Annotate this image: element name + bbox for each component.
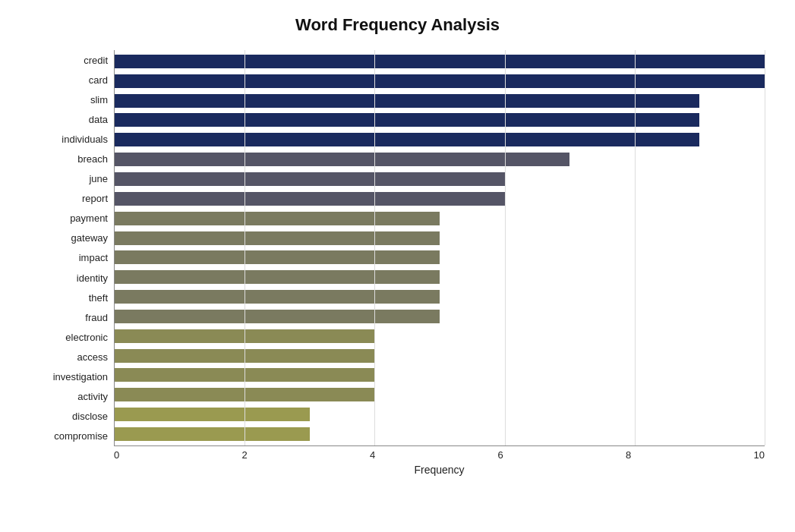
x-axis-label: Frequency [114, 464, 765, 476]
bar-row [115, 112, 765, 128]
bar [115, 408, 310, 421]
y-label: identity [77, 273, 108, 283]
grid-line [765, 50, 765, 445]
y-label: slim [90, 95, 108, 105]
y-label: fraud [85, 313, 108, 323]
bars-section: creditcardslimdataindividualsbreachjuner… [30, 50, 765, 446]
grid-line [244, 50, 245, 445]
chart-container: Word Frequency Analysis creditcardslimda… [0, 0, 795, 532]
y-label: report [82, 194, 108, 203]
x-axis: 0246810 [114, 446, 765, 461]
y-label: investigation [53, 372, 108, 382]
bars-plot [114, 50, 765, 446]
y-label: electronic [65, 332, 108, 342]
bar [115, 231, 440, 245]
bar [115, 133, 699, 146]
bar-row [115, 210, 765, 227]
y-label: card [89, 75, 108, 85]
y-label: breach [77, 154, 108, 164]
bar [115, 55, 765, 68]
bar-row [115, 131, 765, 148]
bar-row [115, 269, 765, 285]
bar [115, 94, 699, 108]
bar [115, 74, 765, 88]
bar [115, 153, 569, 166]
bar [115, 192, 505, 206]
grid-line [505, 50, 506, 445]
grid-line [374, 50, 375, 445]
y-label: theft [89, 293, 108, 303]
bar-row [115, 348, 765, 364]
bar [115, 427, 310, 441]
bar [115, 310, 440, 323]
x-tick: 6 [498, 449, 503, 461]
chart-area: creditcardslimdataindividualsbreachjuner… [30, 50, 765, 476]
bar-row [115, 230, 765, 247]
x-tick: 0 [114, 449, 119, 461]
bar-row [115, 288, 765, 305]
bar-row [115, 328, 765, 345]
y-label: compromise [54, 431, 108, 441]
y-label: gateway [71, 233, 108, 243]
bar [115, 270, 440, 284]
x-tick: 8 [626, 449, 631, 461]
bar-row [115, 190, 765, 207]
x-tick: 4 [370, 449, 375, 461]
bar [115, 113, 699, 127]
y-label: credit [84, 55, 108, 65]
y-label: payment [70, 213, 108, 223]
grid-line [115, 50, 115, 445]
bar-row [115, 406, 765, 423]
bar [115, 212, 440, 225]
bar [115, 290, 440, 304]
y-labels: creditcardslimdataindividualsbreachjuner… [30, 50, 114, 446]
bar-row [115, 426, 765, 442]
y-label: impact [79, 253, 108, 263]
y-label: june [89, 174, 108, 184]
chart-title: Word Frequency Analysis [30, 15, 765, 35]
bar-row [115, 367, 765, 383]
bar-row [115, 386, 765, 403]
y-label: disclose [72, 411, 108, 421]
y-label: activity [77, 392, 108, 401]
bar-row [115, 249, 765, 266]
y-label: access [77, 352, 108, 362]
grid-line [635, 50, 636, 445]
bar-row [115, 171, 765, 187]
bar-row [115, 93, 765, 109]
bar-row [115, 308, 765, 325]
bar [115, 250, 440, 264]
x-tick: 10 [754, 449, 765, 461]
y-label: data [89, 115, 108, 124]
bar [115, 172, 505, 186]
y-label: individuals [62, 134, 108, 144]
bar-row [115, 53, 765, 70]
bar-row [115, 151, 765, 168]
bar-row [115, 73, 765, 90]
x-tick: 2 [242, 449, 248, 461]
